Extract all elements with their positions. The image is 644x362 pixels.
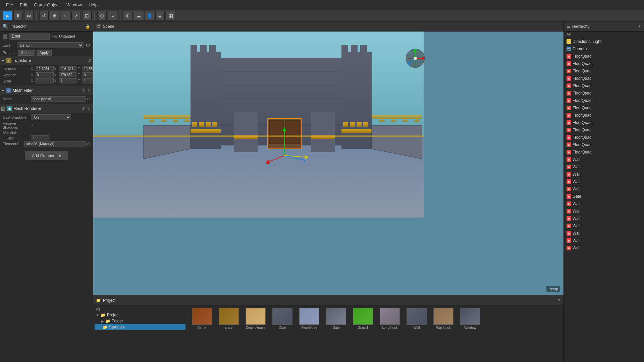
mesh-input[interactable] <box>31 96 86 102</box>
asset-item-floorquad[interactable]: FloorQuad <box>297 308 321 329</box>
menu-window[interactable]: Window <box>63 2 85 7</box>
hierarchy-item-28[interactable]: ▣Wall <box>564 244 644 252</box>
scale-x-input[interactable] <box>36 78 54 83</box>
layer-settings-icon[interactable]: ⚙ <box>86 42 90 48</box>
inspector-lock[interactable]: 🔒 <box>85 24 90 29</box>
global-tool[interactable]: ≡ <box>108 11 117 20</box>
project-collapse[interactable]: ▼ <box>557 298 561 302</box>
hierarchy-item-27[interactable]: ▣Wall <box>564 237 644 244</box>
collab-button[interactable]: ⊕ <box>123 11 132 20</box>
hierarchy-item-13[interactable]: ▣FloorQuad <box>564 134 644 141</box>
hierarchy-item-3[interactable]: ▣FloorQuad <box>564 60 644 67</box>
hierarchy-item-0[interactable]: ☀Directional Light <box>564 38 644 45</box>
cloud-button[interactable]: ☁ <box>134 11 143 20</box>
undo-button[interactable]: ↺ <box>39 11 49 20</box>
mesh-pick-icon[interactable]: ⊙ <box>87 97 90 101</box>
asset-item-wall[interactable]: Wall <box>405 308 429 329</box>
scale-y-input[interactable] <box>59 78 77 83</box>
menu-gameobject[interactable]: Game Object <box>31 2 63 7</box>
move-tool[interactable]: ✥ <box>50 11 59 20</box>
add-component-button[interactable]: Add Component <box>25 152 68 160</box>
tree-project[interactable]: ▼ 📁 Project <box>95 312 185 318</box>
hierarchy-item-5[interactable]: ▣FloorQuad <box>564 75 644 82</box>
hierarchy-collapse[interactable]: ▼ <box>638 24 641 28</box>
hierarchy-item-25[interactable]: ▣Wall <box>564 222 644 230</box>
pivot-tool[interactable]: ⬡ <box>97 11 107 20</box>
asset-item-crate[interactable]: crate <box>217 308 241 329</box>
hierarchy-item-18[interactable]: ▣Wall <box>564 171 644 178</box>
transform-header[interactable]: ▼ T Transform ↺ <box>0 56 93 65</box>
mesh-renderer-header[interactable]: ✓ ▣ Mesh Renderer ↺ ✕ <box>0 104 93 113</box>
tree-samples[interactable]: 📁 Samples <box>95 324 185 330</box>
scene-viewport[interactable]: Persp <box>93 32 564 295</box>
renderer-refresh[interactable]: ↺ <box>81 106 86 111</box>
hierarchy-item-7[interactable]: ▣FloorQuad <box>564 89 644 97</box>
pos-y-input[interactable] <box>59 66 77 71</box>
hierarchy-item-2[interactable]: ▣FloorQuad <box>564 53 644 60</box>
menu-file[interactable]: File <box>3 2 16 7</box>
asset-item-barrel[interactable]: Barrel <box>190 308 214 329</box>
layers-button[interactable]: ≣ <box>155 11 165 20</box>
hierarchy-item-4[interactable]: ▣FloorQuad <box>564 67 644 75</box>
element0-input[interactable] <box>24 141 86 146</box>
hierarchy-item-8[interactable]: ▣FloorQuad <box>564 97 644 104</box>
hierarchy-item-23[interactable]: ▣Wall <box>564 207 644 215</box>
pos-z-input[interactable] <box>83 66 93 71</box>
hierarchy-item-12[interactable]: ▣FloorQuad <box>564 126 644 134</box>
asset-item-longblock[interactable]: LongBlock <box>378 308 402 329</box>
tree-folder[interactable]: ▶ 📁 Folder <box>95 318 185 324</box>
layout-button[interactable]: ▦ <box>166 11 175 20</box>
scale-tool[interactable]: ⤢ <box>71 11 81 20</box>
hierarchy-item-16[interactable]: ▣Wall <box>564 156 644 163</box>
hierarchy-item-11[interactable]: ▣FloorQuad <box>564 119 644 126</box>
active-checkbox[interactable]: ✓ <box>3 34 7 39</box>
hierarchy-item-22[interactable]: ▣Wall <box>564 200 644 207</box>
cast-shadows-select[interactable]: On Off <box>31 114 71 120</box>
object-name-input[interactable] <box>9 33 50 40</box>
asset-item-door[interactable]: Door <box>270 308 294 329</box>
transform-refresh[interactable]: ↺ <box>87 58 92 63</box>
rotate-tool[interactable]: ↔ <box>61 11 70 20</box>
hierarchy-item-19[interactable]: ▣Wall <box>564 178 644 185</box>
mesh-filter-remove[interactable]: ✕ <box>87 88 92 93</box>
menu-help[interactable]: Help <box>85 2 101 7</box>
asset-item-window[interactable]: Window <box>458 308 482 329</box>
step-button[interactable]: ⏭ <box>24 11 34 20</box>
scale-z-input[interactable] <box>83 78 93 83</box>
menu-edit[interactable]: Edit <box>16 2 31 7</box>
select-button[interactable]: Select <box>18 50 35 56</box>
element0-pick-icon[interactable]: ⊙ <box>87 141 90 146</box>
hierarchy-item-6[interactable]: ▣FloorQuad <box>564 82 644 89</box>
hierarchy-item-17[interactable]: ▣Wall <box>564 163 644 171</box>
layer-select[interactable]: Default <box>17 42 84 48</box>
hierarchy-all-label: All <box>564 32 644 37</box>
mesh-filter-refresh[interactable]: ↺ <box>81 88 86 93</box>
rot-y-input[interactable] <box>59 72 77 77</box>
pause-button[interactable]: ⏸ <box>13 11 23 20</box>
hierarchy-item-1[interactable]: 📷Camera <box>564 45 644 53</box>
hierarchy-item-15[interactable]: ▣FloorQuad <box>564 148 644 156</box>
rot-z-input[interactable] <box>83 72 93 77</box>
play-button[interactable]: ▶ <box>3 11 12 20</box>
asset-item-wallblock[interactable]: WallBlock <box>431 308 455 329</box>
materials-size-input[interactable] <box>31 135 49 140</box>
account-button[interactable]: 👤 <box>145 11 154 20</box>
hierarchy-item-10[interactable]: ▣FloorQuad <box>564 112 644 119</box>
pos-x-input[interactable] <box>36 66 54 71</box>
apply-button[interactable]: Apply <box>37 50 52 56</box>
rot-x-input[interactable] <box>36 72 54 77</box>
asset-item-gate[interactable]: Gate <box>324 308 348 329</box>
asset-item-deserthouse[interactable]: DesertHouse <box>244 308 268 329</box>
hierarchy-item-20[interactable]: ▣Wall <box>564 185 644 193</box>
hierarchy-item-21[interactable]: ▣Gate <box>564 193 644 200</box>
tree-all[interactable]: All <box>95 307 185 312</box>
hierarchy-item-26[interactable]: ▣Wall <box>564 230 644 237</box>
hierarchy-item-14[interactable]: ▣FloorQuad <box>564 141 644 148</box>
rect-tool[interactable]: ⊞ <box>82 11 92 20</box>
renderer-remove[interactable]: ✕ <box>87 106 92 111</box>
hierarchy-item-24[interactable]: ▣Wall <box>564 215 644 222</box>
renderer-checkbox[interactable]: ✓ <box>1 107 5 111</box>
hierarchy-item-9[interactable]: ▣FloorQuad <box>564 104 644 112</box>
asset-item-grass1[interactable]: Grass1 <box>351 308 375 329</box>
mesh-filter-header[interactable]: ▼ ⬡ Mesh Filter ↺ ✕ <box>0 86 93 95</box>
